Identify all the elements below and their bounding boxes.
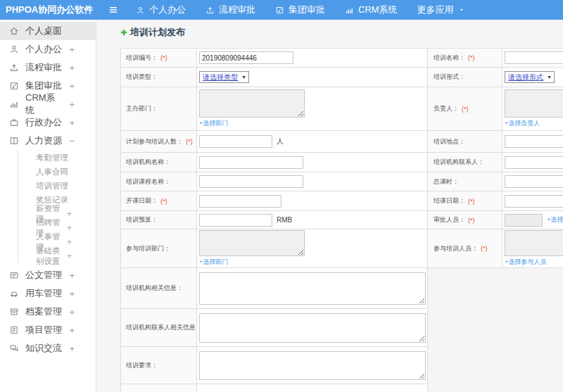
text-input[interactable] xyxy=(505,195,563,208)
sidebar-item[interactable]: 流程审批+ xyxy=(0,58,96,77)
nav-item-label: CRM系统 xyxy=(358,4,398,16)
expand-icon[interactable]: + xyxy=(67,223,72,233)
textarea-field[interactable] xyxy=(199,272,426,305)
caret-down-icon: ▼ xyxy=(241,75,246,80)
expand-icon[interactable]: + xyxy=(67,209,72,219)
user-icon xyxy=(9,44,19,54)
field-label: 培训编号：(*) xyxy=(121,49,197,68)
text-input[interactable] xyxy=(199,135,272,148)
sidebar-subitem[interactable]: 培训管理 xyxy=(18,179,96,193)
sidebar-subitem[interactable]: 人事合同 xyxy=(18,165,96,179)
sidebar-subitem[interactable]: 考勤管理 xyxy=(18,151,96,165)
text-input[interactable] xyxy=(199,156,303,169)
text-input[interactable] xyxy=(199,51,293,64)
text-input[interactable] xyxy=(505,51,563,64)
nav-item-label: 更多应用 xyxy=(417,4,454,16)
training-form: 培训编号：(*)培训类型：请选择类型▼主办部门：+选择部门计划参与培训人数：(*… xyxy=(120,48,563,392)
text-input[interactable] xyxy=(505,156,563,169)
nav-item[interactable]: 流程审批 xyxy=(205,4,255,16)
picker-link[interactable]: +选择参与人员 xyxy=(505,258,546,267)
text-input[interactable] xyxy=(505,135,563,148)
sidebar-subitem[interactable]: 基础类别设置+ xyxy=(18,249,96,263)
select-dropdown[interactable]: 请选择类型▼ xyxy=(199,71,249,83)
field-label-text: 计划参与培训人数： xyxy=(126,137,183,146)
sidebar-subitem-label: 考勤管理 xyxy=(36,153,68,163)
page-title: 培训计划发布 xyxy=(130,26,185,39)
expand-icon[interactable]: + xyxy=(69,81,75,91)
field-label: 培训地点： xyxy=(428,131,502,153)
expand-icon[interactable]: + xyxy=(69,99,75,110)
select-value: 请选择类型 xyxy=(203,72,238,82)
form-row: 培训地点： xyxy=(428,131,563,153)
textarea-field[interactable] xyxy=(199,89,305,118)
form-row: 培训形式：请选择形式▼ xyxy=(428,68,563,87)
expand-icon[interactable]: + xyxy=(69,325,75,336)
sidebar-item[interactable]: 项目管理+ xyxy=(0,321,96,339)
textarea-field[interactable] xyxy=(199,313,426,343)
textarea-field[interactable] xyxy=(505,230,563,256)
form-row: 培训预算：RMB xyxy=(121,211,428,229)
input-suffix: 人 xyxy=(277,137,284,146)
caret-down-icon xyxy=(458,6,465,13)
sidebar-item[interactable]: 用车管理+ xyxy=(0,284,96,303)
field-label-text: 培训地点： xyxy=(434,137,465,146)
field-label-text: 培训要求： xyxy=(126,361,158,370)
field-label: 负责人：(*) xyxy=(428,87,502,131)
text-input[interactable] xyxy=(199,195,282,208)
archive-icon xyxy=(9,307,19,317)
expand-icon[interactable]: + xyxy=(69,118,75,128)
picker-link[interactable]: +选择审批人员 xyxy=(547,215,563,225)
sidebar-item[interactable]: 个人办公+ xyxy=(0,40,96,58)
hr-icon xyxy=(9,136,19,146)
text-input[interactable] xyxy=(199,175,303,188)
required-marker: (*) xyxy=(481,245,488,252)
expand-icon[interactable]: + xyxy=(69,63,75,73)
text-input[interactable] xyxy=(505,214,543,227)
sidebar-item[interactable]: 知识交流+ xyxy=(0,339,96,358)
sidebar-item[interactable]: CRM系统+ xyxy=(0,95,96,113)
picker-link[interactable]: +选择部门 xyxy=(199,119,228,128)
expand-icon[interactable]: + xyxy=(69,44,75,55)
sidebar-item[interactable]: 个人桌面 xyxy=(0,22,96,40)
expand-icon[interactable]: + xyxy=(67,251,72,261)
nav-item[interactable]: 个人办公 xyxy=(136,4,186,16)
hamburger-icon[interactable] xyxy=(108,4,119,15)
user-icon xyxy=(136,6,145,15)
expand-icon[interactable]: − xyxy=(69,136,75,146)
field-label: 主办部门： xyxy=(121,87,197,131)
doc-icon xyxy=(9,270,19,280)
picker-link[interactable]: +选择负责人 xyxy=(505,119,540,128)
expand-icon[interactable]: + xyxy=(69,343,75,354)
nav-item[interactable]: 集团审批 xyxy=(275,4,325,16)
nav-item[interactable]: 更多应用 xyxy=(417,4,465,16)
sidebar-item-label: 个人办公 xyxy=(25,43,62,56)
text-input[interactable] xyxy=(199,214,272,227)
sidebar-item[interactable]: 行政办公+ xyxy=(0,113,96,132)
text-input[interactable] xyxy=(505,175,563,188)
expand-icon[interactable]: + xyxy=(69,270,75,281)
field-label: 培训机构联系人： xyxy=(428,153,502,172)
required-marker: (*) xyxy=(186,138,193,145)
expand-icon[interactable]: + xyxy=(69,307,75,317)
textarea-field[interactable] xyxy=(199,351,426,380)
field-label-text: 培训机构相关信息： xyxy=(126,284,183,293)
form-row: 培训编号：(*) xyxy=(121,49,428,68)
field-label-text: 培训机构联系人相关信息： xyxy=(126,323,202,332)
expand-icon[interactable]: + xyxy=(67,237,72,247)
sidebar-item-label: 项目管理 xyxy=(25,324,62,336)
expand-icon[interactable]: + xyxy=(69,289,75,299)
form-row: 培训名称：(*) xyxy=(428,49,563,68)
textarea-field[interactable] xyxy=(199,230,305,256)
sidebar-item[interactable]: 人力资源− xyxy=(0,132,96,150)
sidebar-item[interactable]: 公文管理+ xyxy=(0,266,96,284)
field-label-text: 参与培训部门： xyxy=(126,244,170,253)
textarea-field[interactable] xyxy=(505,89,563,118)
required-marker: (*) xyxy=(468,217,475,224)
upload-icon xyxy=(205,6,215,15)
nav-item[interactable]: CRM系统 xyxy=(345,4,398,16)
picker-link[interactable]: +选择部门 xyxy=(199,258,228,267)
form-row: 培训类型：请选择类型▼ xyxy=(121,68,428,87)
sidebar-item[interactable]: 档案管理+ xyxy=(0,303,96,321)
app-title: PHPOA协同办公软件 xyxy=(0,4,96,16)
select-dropdown[interactable]: 请选择形式▼ xyxy=(505,71,555,83)
